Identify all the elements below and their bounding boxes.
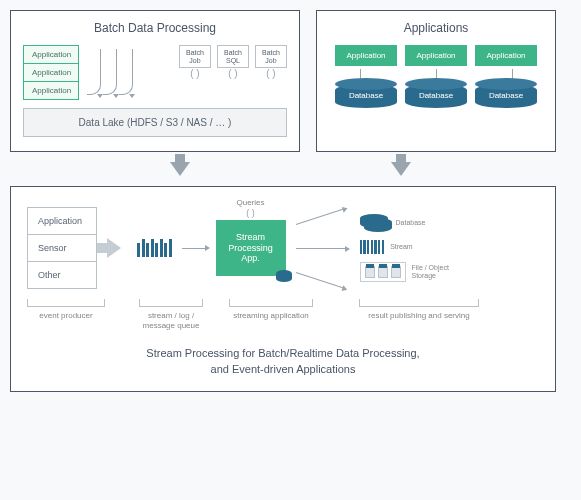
event-producer-stack: Application Sensor Other — [27, 207, 97, 289]
batch-app: Application — [23, 63, 79, 82]
applications-panel: Applications Application Application App… — [316, 10, 556, 152]
database-icon: Database — [475, 84, 537, 108]
sink-label: Database — [396, 219, 444, 227]
batch-jobs: Batch Job ( ) Batch SQL ( ) Batch Job — [179, 45, 287, 79]
bidir-arrow-icon: ( ) — [255, 68, 287, 79]
application-box: Application — [475, 45, 537, 66]
batch-title: Batch Data Processing — [23, 21, 287, 35]
batch-job-box: Batch Job — [255, 45, 287, 68]
bracket-queue: stream / log / message queue — [139, 299, 203, 330]
stream-processing-panel: Application Sensor Other Queries ( ) Str… — [10, 186, 556, 392]
queries-label: Queries — [236, 198, 264, 208]
application-box: Application — [405, 45, 467, 66]
bracket-result: result publishing and serving — [359, 299, 479, 330]
right-arrow-icon — [107, 238, 121, 258]
producer-box: Sensor — [27, 234, 97, 262]
message-queue-icon — [137, 239, 172, 257]
batch-job-box: Batch Job — [179, 45, 211, 68]
bracket-producer: event producer — [27, 299, 105, 330]
file-storage-sink-icon — [360, 262, 406, 282]
stream-sink-icon — [360, 240, 385, 254]
database-sink-icon — [360, 214, 390, 232]
batch-job-box: Batch SQL — [217, 45, 249, 68]
down-arrow-icon — [170, 162, 190, 176]
bidir-arrow-icon: ( ) — [217, 68, 249, 79]
right-arrow-icon — [182, 248, 206, 249]
database-row: Database Database Database — [329, 84, 543, 108]
producer-box: Other — [27, 261, 97, 289]
batch-processing-panel: Batch Data Processing Application Applic… — [10, 10, 300, 152]
bidir-arrow-icon: ( ) — [246, 208, 255, 219]
fanout-arrows — [296, 218, 346, 278]
producer-box: Application — [27, 207, 97, 235]
batch-app: Application — [23, 45, 79, 64]
batch-app: Application — [23, 81, 79, 100]
sink-label: Stream — [390, 243, 438, 251]
app-boxes-row: Application Application Application — [329, 45, 543, 66]
state-store-icon — [276, 270, 292, 282]
stream-panel-title: Stream Processing for Batch/Realtime Dat… — [27, 346, 539, 377]
application-box: Application — [335, 45, 397, 66]
stream-processing-app-box: Queries ( ) Stream Processing App. — [216, 220, 286, 276]
bidir-arrow-icon: ( ) — [179, 68, 211, 79]
merge-arrows-row — [10, 152, 571, 186]
database-icon: Database — [335, 84, 397, 108]
bracket-app: streaming application — [229, 299, 313, 330]
sinks-column: Database Stream File / Object Storage — [360, 214, 460, 282]
batch-app-stack: Application Application Application — [23, 45, 79, 100]
batch-ingest-arrows — [87, 45, 133, 95]
database-icon: Database — [405, 84, 467, 108]
sink-label: File / Object Storage — [412, 264, 460, 279]
applications-title: Applications — [329, 21, 543, 35]
data-lake-box: Data Lake (HDFS / S3 / NAS / … ) — [23, 108, 287, 137]
down-arrow-icon — [391, 162, 411, 176]
